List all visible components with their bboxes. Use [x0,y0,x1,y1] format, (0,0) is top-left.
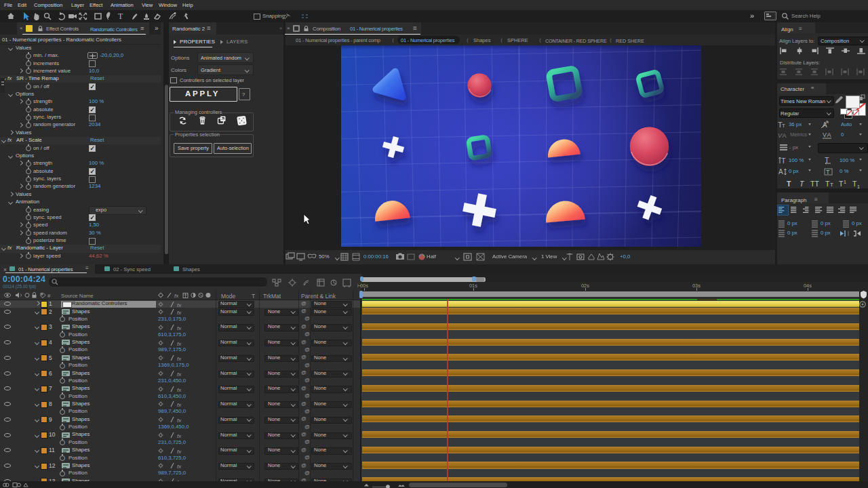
svg-text:T: T [118,12,123,21]
svg-text:T: T [782,123,785,129]
svg-text:T: T [800,180,805,188]
svg-text:fx: fx [177,433,182,439]
svg-text:1: 1 [844,180,846,184]
svg-text:fx: fx [177,387,182,393]
svg-text:T: T [825,180,830,188]
svg-text:T: T [839,180,844,188]
svg-text:fx: fx [177,464,182,470]
svg-text:TT: TT [810,180,819,188]
svg-text:A: A [827,131,831,138]
svg-text:Source Name: Source Name [61,293,94,299]
svg-text:T: T [826,169,830,176]
svg-text:fx: fx [174,293,179,299]
svg-text:T: T [852,180,857,188]
svg-text:A: A [783,132,787,139]
svg-text:V: V [823,131,827,138]
svg-text:T: T [787,180,791,188]
svg-text:T: T [830,182,833,188]
svg-text:fx: fx [177,310,182,316]
svg-text:#: # [47,293,51,299]
svg-text:fx: fx [177,356,182,362]
svg-text:T: T [781,157,786,165]
svg-text:fx: fx [177,449,182,455]
svg-text:fx: fx [177,325,182,331]
svg-text:A: A [778,168,783,176]
svg-text:fx: fx [177,302,182,308]
svg-text:T: T [825,156,829,164]
svg-text:fx: fx [177,371,182,378]
svg-text:fx: fx [177,402,182,408]
svg-text:fx: fx [177,418,182,424]
svg-text:fx: fx [177,341,182,347]
